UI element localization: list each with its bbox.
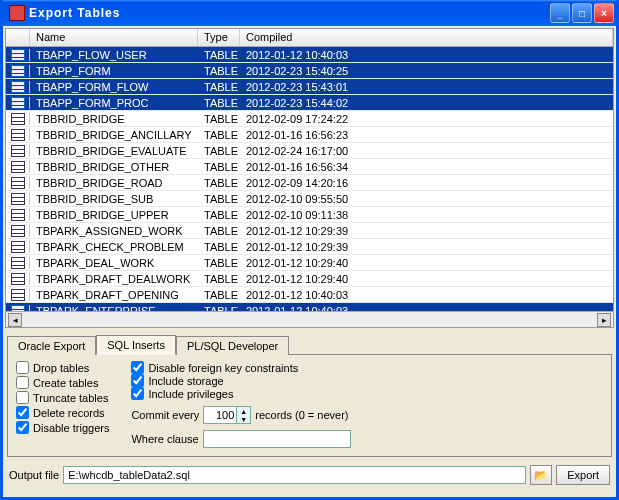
checkbox-include-storage[interactable] xyxy=(131,374,144,387)
row-name: TBPARK_DRAFT_DEALWORK xyxy=(30,272,198,286)
option-truncate-tables[interactable]: Truncate tables xyxy=(16,391,109,404)
table-row[interactable]: TBBRID_BRIDGE_ROADTABLE2012-02-09 14:20:… xyxy=(6,175,613,191)
option-delete-records[interactable]: Delete records xyxy=(16,406,109,419)
table-icon xyxy=(6,257,30,269)
titlebar[interactable]: Export Tables _ □ × xyxy=(3,0,616,26)
option-label: Drop tables xyxy=(33,362,89,374)
row-type: TABLE xyxy=(198,272,240,286)
option-label: Disable foreign key constraints xyxy=(148,362,298,374)
row-compiled: 2012-01-16 16:56:34 xyxy=(240,160,613,174)
commit-every-spinner[interactable]: ▲ ▼ xyxy=(203,406,251,424)
row-type: TABLE xyxy=(198,240,240,254)
table-row[interactable]: TBBRID_BRIDGETABLE2012-02-09 17:24:22 xyxy=(6,111,613,127)
checkbox-drop-tables[interactable] xyxy=(16,361,29,374)
table-row[interactable]: TBAPP_FLOW_USERTABLE2012-01-12 10:40:03 xyxy=(6,47,613,63)
grid-body[interactable]: TBAPP_FLOW_USERTABLE2012-01-12 10:40:03T… xyxy=(6,47,613,311)
option-label: Include storage xyxy=(148,375,223,387)
where-clause-input[interactable] xyxy=(203,430,351,448)
table-row[interactable]: TBPARK_CHECK_PROBLEMTABLE2012-01-12 10:2… xyxy=(6,239,613,255)
table-row[interactable]: TBBRID_BRIDGE_SUBTABLE2012-02-10 09:55:5… xyxy=(6,191,613,207)
row-name: TBBRID_BRIDGE_UPPER xyxy=(30,208,198,222)
scroll-right-icon[interactable]: ▸ xyxy=(597,313,611,327)
close-button[interactable]: × xyxy=(594,3,614,23)
horizontal-scrollbar[interactable]: ◂ ▸ xyxy=(6,311,613,327)
tab-sql-inserts[interactable]: SQL Inserts xyxy=(96,335,176,355)
commit-every-input[interactable] xyxy=(204,407,236,423)
option-drop-tables[interactable]: Drop tables xyxy=(16,361,109,374)
option-disable-fk[interactable]: Disable foreign key constraints xyxy=(131,361,350,374)
table-row[interactable]: TBPARK_DRAFT_OPENINGTABLE2012-01-12 10:4… xyxy=(6,287,613,303)
table-row[interactable]: TBAPP_FORM_FLOWTABLE2012-02-23 15:43:01 xyxy=(6,79,613,95)
tab-oracle-export[interactable]: Oracle Export xyxy=(7,336,96,355)
row-compiled: 2012-01-12 10:29:39 xyxy=(240,240,613,254)
checkbox-include-privileges[interactable] xyxy=(131,387,144,400)
row-name: TBBRID_BRIDGE_OTHER xyxy=(30,160,198,174)
row-type: TABLE xyxy=(198,176,240,190)
table-row[interactable]: TBPARK_DRAFT_DEALWORKTABLE2012-01-12 10:… xyxy=(6,271,613,287)
row-compiled: 2012-02-09 17:24:22 xyxy=(240,112,613,126)
checkbox-delete-records[interactable] xyxy=(16,406,29,419)
checkbox-truncate-tables[interactable] xyxy=(16,391,29,404)
scroll-left-icon[interactable]: ◂ xyxy=(8,313,22,327)
row-compiled: 2012-01-12 10:29:40 xyxy=(240,272,613,286)
row-name: TBBRID_BRIDGE_ROAD xyxy=(30,176,198,190)
table-row[interactable]: TBBRID_BRIDGE_OTHERTABLE2012-01-16 16:56… xyxy=(6,159,613,175)
table-icon xyxy=(6,193,30,205)
option-include-privileges[interactable]: Include privileges xyxy=(131,387,350,400)
row-compiled: 2012-02-24 16:17:00 xyxy=(240,144,613,158)
table-row[interactable]: TBPARK_DEAL_WORKTABLE2012-01-12 10:29:40 xyxy=(6,255,613,271)
spin-down-icon[interactable]: ▼ xyxy=(236,415,250,423)
row-name: TBAPP_FORM xyxy=(30,64,198,78)
option-label: Delete records xyxy=(33,407,105,419)
table-row[interactable]: TBAPP_FORMTABLE2012-02-23 15:40:25 xyxy=(6,63,613,79)
checkbox-disable-triggers[interactable] xyxy=(16,421,29,434)
table-icon xyxy=(6,289,30,301)
checkbox-create-tables[interactable] xyxy=(16,376,29,389)
table-icon xyxy=(6,81,30,93)
row-compiled: 2012-01-12 10:40:03 xyxy=(240,48,613,62)
tab-bar: Oracle Export SQL Inserts PL/SQL Develop… xyxy=(3,330,616,354)
row-name: TBPARK_ASSIGNED_WORK xyxy=(30,224,198,238)
maximize-button[interactable]: □ xyxy=(572,3,592,23)
row-compiled: 2012-01-12 10:29:39 xyxy=(240,224,613,238)
col-type[interactable]: Type xyxy=(198,29,240,46)
row-name: TBBRID_BRIDGE_ANCILLARY xyxy=(30,128,198,142)
col-compiled[interactable]: Compiled xyxy=(240,29,613,46)
row-compiled: 2012-02-23 15:44:02 xyxy=(240,96,613,110)
table-icon xyxy=(6,225,30,237)
row-type: TABLE xyxy=(198,96,240,110)
table-row[interactable]: TBBRID_BRIDGE_ANCILLARYTABLE2012-01-16 1… xyxy=(6,127,613,143)
table-row[interactable]: TBPARK_ASSIGNED_WORKTABLE2012-01-12 10:2… xyxy=(6,223,613,239)
col-icon[interactable] xyxy=(6,29,30,46)
col-name[interactable]: Name xyxy=(30,29,198,46)
browse-button[interactable]: 📂 xyxy=(530,465,552,485)
table-row[interactable]: TBAPP_FORM_PROCTABLE2012-02-23 15:44:02 xyxy=(6,95,613,111)
sql-inserts-panel: Drop tablesCreate tablesTruncate tablesD… xyxy=(7,354,612,457)
row-type: TABLE xyxy=(198,288,240,302)
output-file-input[interactable] xyxy=(63,466,526,484)
row-compiled: 2012-02-23 15:43:01 xyxy=(240,80,613,94)
table-icon xyxy=(6,113,30,125)
grid-header: Name Type Compiled xyxy=(6,29,613,47)
checkbox-disable-fk[interactable] xyxy=(131,361,144,374)
row-type: TABLE xyxy=(198,256,240,270)
export-button[interactable]: Export xyxy=(556,465,610,485)
minimize-button[interactable]: _ xyxy=(550,3,570,23)
commit-suffix: records (0 = never) xyxy=(255,409,348,421)
option-create-tables[interactable]: Create tables xyxy=(16,376,109,389)
table-row[interactable]: TBBRID_BRIDGE_UPPERTABLE2012-02-10 09:11… xyxy=(6,207,613,223)
option-include-storage[interactable]: Include storage xyxy=(131,374,350,387)
output-bar: Output file 📂 Export xyxy=(3,461,616,489)
row-compiled: 2012-01-16 16:56:23 xyxy=(240,128,613,142)
table-row[interactable]: TBBRID_BRIDGE_EVALUATETABLE2012-02-24 16… xyxy=(6,143,613,159)
row-type: TABLE xyxy=(198,128,240,142)
option-disable-triggers[interactable]: Disable triggers xyxy=(16,421,109,434)
export-tables-window: Export Tables _ □ × Name Type Compiled T… xyxy=(0,0,619,500)
tab-plsql-developer[interactable]: PL/SQL Developer xyxy=(176,336,289,355)
row-name: TBPARK_DRAFT_OPENING xyxy=(30,288,198,302)
table-row[interactable]: TBPARK_ENTERPRISETABLE2012-01-12 10:40:0… xyxy=(6,303,613,311)
row-type: TABLE xyxy=(198,80,240,94)
row-name: TBAPP_FORM_PROC xyxy=(30,96,198,110)
row-compiled: 2012-02-10 09:11:38 xyxy=(240,208,613,222)
spin-up-icon[interactable]: ▲ xyxy=(236,407,250,415)
